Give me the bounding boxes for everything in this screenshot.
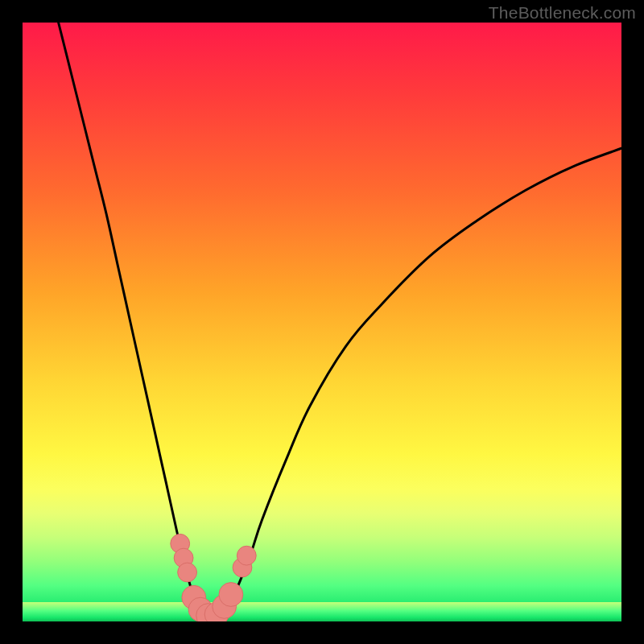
curve-marker <box>219 583 243 607</box>
outer-frame: TheBottleneck.com <box>0 0 644 644</box>
watermark-text: TheBottleneck.com <box>489 3 636 23</box>
curve-markers <box>171 534 256 621</box>
curve-path <box>59 23 621 616</box>
bottleneck-curve-svg <box>23 23 621 621</box>
curve-marker <box>178 563 197 582</box>
curve-marker <box>237 546 256 565</box>
plot-area <box>23 23 621 621</box>
